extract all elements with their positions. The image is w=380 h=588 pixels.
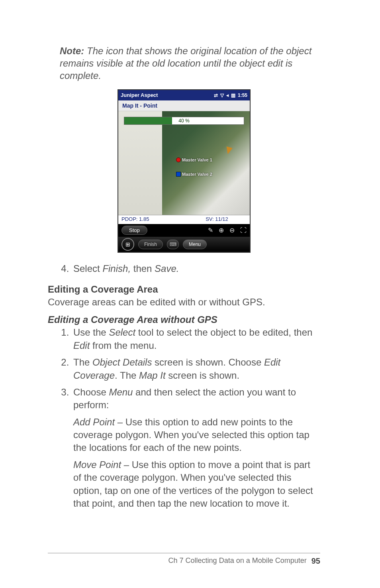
tool-row: Stop ✎ ⊕ ⊖ ⛶ [118, 224, 250, 237]
screenshot: Juniper Aspect ⇄ ▽ ◂ ▥ 1:55 Map It - Poi… [118, 89, 251, 253]
note-label: Note: [60, 45, 84, 56]
pdop-label: PDOP: 1.85 [118, 215, 184, 224]
nav-arrow-icon [225, 146, 233, 155]
menu-button[interactable]: Menu [183, 240, 207, 249]
move-point-desc: Move Point – Use this option to move a p… [73, 458, 320, 510]
sync-icon: ⇄ [214, 92, 218, 98]
page-footer: Ch 7 Collecting Data on a Mobile Compute… [48, 553, 320, 566]
battery-icon: ▥ [231, 92, 235, 98]
gps-row: PDOP: 1.85 SV: 11/12 [118, 215, 250, 224]
subheading-without-gps: Editing a Coverage Area without GPS [48, 314, 320, 325]
app-title: Juniper Aspect [121, 92, 158, 98]
step-4: Select Finish, then Save. [72, 262, 320, 275]
step-2: The Object Details screen is shown. Choo… [72, 356, 320, 382]
progress-bar: 40 % [124, 117, 244, 125]
footer-chapter: Ch 7 Collecting Data on a Mobile Compute… [168, 557, 307, 566]
step-1: Use the Select tool to select the object… [72, 326, 320, 352]
zoom-out-icon[interactable]: ⊖ [229, 226, 235, 234]
bottom-bar: ⊞ Finish ⌨ Menu [118, 237, 250, 252]
stop-button[interactable]: Stop [121, 226, 147, 235]
signal-icon: ▽ [220, 92, 224, 98]
steps-without-gps: Use the Select tool to select the object… [48, 326, 320, 510]
progress-label: 40 % [124, 117, 244, 124]
add-point-desc: Add Point – Use this option to add new p… [73, 416, 320, 454]
extent-icon[interactable]: ⛶ [240, 227, 247, 234]
finish-button[interactable]: Finish [138, 240, 163, 249]
footer-page-number: 95 [311, 557, 320, 566]
clock: 1:55 [238, 92, 247, 98]
master-valve-2[interactable]: Master Valve 2 [176, 172, 212, 177]
zoom-in-icon[interactable]: ⊕ [219, 226, 224, 234]
sv-label: SV: 11/12 [184, 215, 250, 224]
screen-subtitle: Map It - Point [118, 100, 250, 111]
note-paragraph: Note: The icon that shows the original l… [60, 45, 320, 82]
step-list-4: Select Finish, then Save. [48, 262, 320, 275]
draw-icon[interactable]: ✎ [208, 226, 213, 234]
start-icon[interactable]: ⊞ [121, 238, 134, 251]
section-text-editing-coverage: Coverage areas can be edited with or wit… [48, 296, 320, 309]
keyboard-icon[interactable]: ⌨ [167, 240, 179, 249]
master-valve-1[interactable]: Master Valve 1 [176, 157, 212, 162]
screenshot-wrapper: Juniper Aspect ⇄ ▽ ◂ ▥ 1:55 Map It - Poi… [48, 89, 320, 253]
titlebar: Juniper Aspect ⇄ ▽ ◂ ▥ 1:55 [118, 90, 250, 100]
note-text: The icon that shows the original locatio… [60, 45, 311, 81]
step-3: Choose Menu and then select the action y… [72, 386, 320, 510]
volume-icon: ◂ [226, 92, 229, 98]
map-area[interactable]: 40 % Master Valve 1 Master Valve 2 [118, 111, 250, 215]
section-heading-editing-coverage: Editing a Coverage Area [48, 284, 320, 295]
